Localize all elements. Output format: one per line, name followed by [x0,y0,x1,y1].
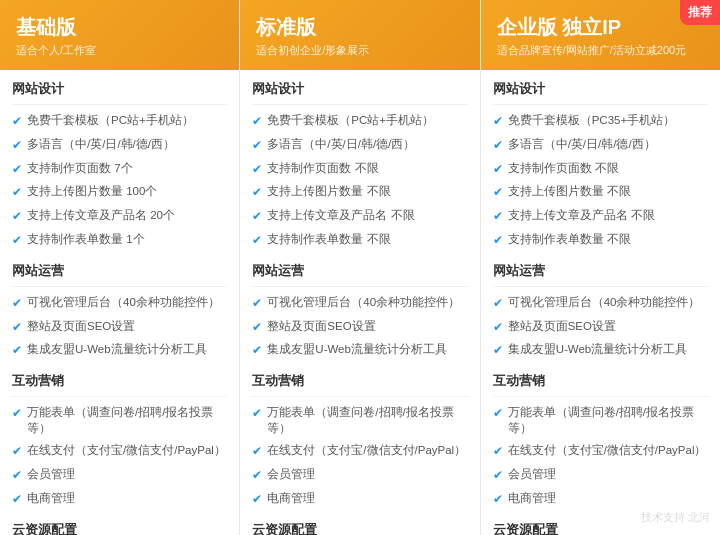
feature-text: 支持上传文章及产品名 不限 [508,207,655,223]
feature-text: 支持上传图片数量 不限 [267,183,390,199]
check-icon: ✔ [493,342,503,359]
feature-text: 支持上传文章及产品名 20个 [27,207,175,223]
check-icon: ✔ [12,113,22,130]
feature-text: 电商管理 [267,490,315,506]
feature-item: ✔会员管理 [252,463,467,487]
feature-item: ✔支持上传文章及产品名 20个 [12,204,227,228]
check-icon: ✔ [252,208,262,225]
feature-text: 万能表单（调查问卷/招聘/报名投票等） [508,404,708,436]
feature-text: 集成友盟U-Web流量统计分析工具 [27,341,207,357]
feature-text: 整站及页面SEO设置 [27,318,135,334]
recommend-badge: 推荐 [680,0,720,25]
section-title-1: 网站运营 [493,252,708,287]
plan-col-basic: 基础版适合个人/工作室网站设计✔免费千套模板（PC站+手机站）✔多语言（中/英/… [0,0,240,535]
feature-item: ✔集成友盟U-Web流量统计分析工具 [493,338,708,362]
feature-text: 支持制作表单数量 1个 [27,231,145,247]
feature-item: ✔可视化管理后台（40余种功能控件） [12,291,227,315]
feature-item: ✔会员管理 [12,463,227,487]
feature-item: ✔电商管理 [493,487,708,511]
feature-text: 支持制作页面数 不限 [508,160,619,176]
feature-text: 支持上传图片数量 100个 [27,183,157,199]
feature-text: 可视化管理后台（40余种功能控件） [267,294,460,310]
feature-item: ✔多语言（中/英/日/韩/德/西） [252,133,467,157]
feature-item: ✔支持制作表单数量 1个 [12,228,227,252]
feature-item: ✔万能表单（调查问卷/招聘/报名投票等） [493,401,708,439]
check-icon: ✔ [12,137,22,154]
plan-title: 标准版 [256,14,463,41]
feature-text: 多语言（中/英/日/韩/德/西） [27,136,175,152]
plan-body-enterprise: 网站设计✔免费千套模板（PC35+手机站）✔多语言（中/英/日/韩/德/西）✔支… [481,70,720,535]
check-icon: ✔ [493,232,503,249]
section-title-2: 互动营销 [12,362,227,397]
feature-item: ✔在线支付（支付宝/微信支付/PayPal） [493,439,708,463]
plans-container: 基础版适合个人/工作室网站设计✔免费千套模板（PC站+手机站）✔多语言（中/英/… [0,0,720,535]
plan-subtitle: 适合品牌宣传/网站推广/活动立减200元 [497,43,704,58]
check-icon: ✔ [252,342,262,359]
feature-item: ✔支持制作表单数量 不限 [493,228,708,252]
check-icon: ✔ [252,491,262,508]
feature-text: 免费千套模板（PC站+手机站） [27,112,194,128]
section-title-3: 云资源配置 [12,511,227,535]
plan-body-basic: 网站设计✔免费千套模板（PC站+手机站）✔多语言（中/英/日/韩/德/西）✔支持… [0,70,239,535]
feature-text: 多语言（中/英/日/韩/德/西） [267,136,415,152]
section-title-1: 网站运营 [252,252,467,287]
feature-item: ✔在线支付（支付宝/微信支付/PayPal） [12,439,227,463]
feature-item: ✔支持上传文章及产品名 不限 [493,204,708,228]
feature-text: 支持上传文章及产品名 不限 [267,207,414,223]
feature-item: ✔支持上传文章及产品名 不限 [252,204,467,228]
feature-text: 会员管理 [27,466,75,482]
feature-text: 万能表单（调查问卷/招聘/报名投票等） [267,404,467,436]
feature-text: 集成友盟U-Web流量统计分析工具 [267,341,447,357]
feature-text: 在线支付（支付宝/微信支付/PayPal） [508,442,707,458]
feature-item: ✔整站及页面SEO设置 [252,315,467,339]
plan-header-basic: 基础版适合个人/工作室 [0,0,239,70]
check-icon: ✔ [493,319,503,336]
feature-text: 支持制作表单数量 不限 [508,231,631,247]
feature-text: 在线支付（支付宝/微信支付/PayPal） [27,442,226,458]
section-title-2: 互动营销 [252,362,467,397]
feature-text: 可视化管理后台（40余种功能控件） [508,294,701,310]
check-icon: ✔ [252,137,262,154]
section-title-0: 网站设计 [252,70,467,105]
feature-item: ✔万能表单（调查问卷/招聘/报名投票等） [252,401,467,439]
feature-item: ✔多语言（中/英/日/韩/德/西） [12,133,227,157]
feature-item: ✔集成友盟U-Web流量统计分析工具 [252,338,467,362]
feature-text: 电商管理 [508,490,556,506]
check-icon: ✔ [12,319,22,336]
plan-title: 企业版 独立IP [497,14,704,41]
check-icon: ✔ [252,405,262,422]
plan-subtitle: 适合个人/工作室 [16,43,223,58]
check-icon: ✔ [493,295,503,312]
feature-item: ✔集成友盟U-Web流量统计分析工具 [12,338,227,362]
feature-item: ✔支持制作页面数 7个 [12,157,227,181]
check-icon: ✔ [12,405,22,422]
check-icon: ✔ [493,443,503,460]
feature-text: 万能表单（调查问卷/招聘/报名投票等） [27,404,227,436]
feature-text: 会员管理 [267,466,315,482]
section-title-0: 网站设计 [12,70,227,105]
feature-item: ✔免费千套模板（PC35+手机站） [493,109,708,133]
feature-item: ✔在线支付（支付宝/微信支付/PayPal） [252,439,467,463]
feature-item: ✔可视化管理后台（40余种功能控件） [493,291,708,315]
check-icon: ✔ [493,161,503,178]
section-title-0: 网站设计 [493,70,708,105]
feature-text: 可视化管理后台（40余种功能控件） [27,294,220,310]
plan-subtitle: 适合初创企业/形象展示 [256,43,463,58]
check-icon: ✔ [12,208,22,225]
feature-item: ✔支持上传图片数量 不限 [493,180,708,204]
check-icon: ✔ [493,113,503,130]
feature-item: ✔支持制作表单数量 不限 [252,228,467,252]
check-icon: ✔ [493,491,503,508]
check-icon: ✔ [252,113,262,130]
check-icon: ✔ [12,161,22,178]
feature-item: ✔免费千套模板（PC站+手机站） [252,109,467,133]
feature-item: ✔整站及页面SEO设置 [493,315,708,339]
check-icon: ✔ [12,184,22,201]
section-title-2: 互动营销 [493,362,708,397]
section-title-1: 网站运营 [12,252,227,287]
feature-item: ✔会员管理 [493,463,708,487]
check-icon: ✔ [252,232,262,249]
feature-item: ✔支持制作页面数 不限 [252,157,467,181]
check-icon: ✔ [493,405,503,422]
feature-text: 免费千套模板（PC站+手机站） [267,112,434,128]
